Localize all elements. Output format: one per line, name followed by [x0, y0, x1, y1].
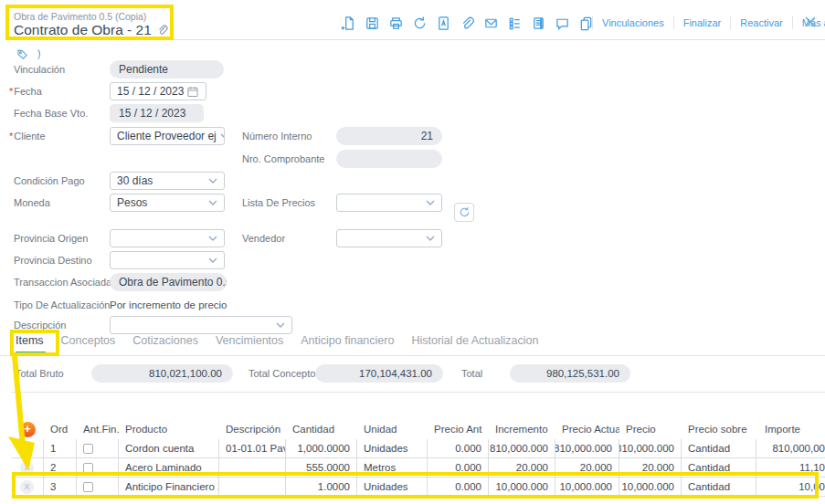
total-conceptos-value: 170,104,431.00 [315, 364, 443, 383]
lista-precios-select[interactable] [336, 194, 442, 212]
col-descripcion: Descripción [219, 419, 286, 439]
moneda-select[interactable]: Pesos [110, 194, 225, 212]
table-row-highlighted: X 3 Anticipo Financiero 21 1.0000 Unidad… [11, 478, 825, 497]
descripcion-select[interactable] [110, 316, 292, 334]
nro-comprobante-label: Nro. Comprobante [242, 153, 325, 164]
col-producto: Producto [119, 419, 219, 439]
numero-interno-field: 21 [336, 127, 442, 145]
chevron-down-icon [208, 178, 217, 184]
quick-icons [16, 48, 44, 60]
col-importe: Importe [756, 419, 825, 439]
fecha-input[interactable]: 15 / 12 / 2023 [110, 82, 206, 100]
tab-conceptos[interactable]: Conceptos [61, 334, 116, 352]
title-attachment-icon[interactable] [156, 24, 169, 37]
total-conceptos-label: Total Conceptos [249, 368, 321, 379]
expand-arrow-icon[interactable] [37, 48, 44, 60]
ant-fin-checkbox[interactable] [83, 482, 93, 492]
col-cantidad: Cantidad [286, 419, 357, 439]
lista-precios-label: Lista De Precios [242, 197, 315, 208]
cliente-label: *Cliente [9, 131, 46, 142]
toolbar [340, 13, 594, 33]
delete-row-icon[interactable]: X [20, 480, 34, 494]
vendedor-label: Vendedor [242, 233, 285, 244]
attachment-icon[interactable] [459, 15, 475, 31]
contract-window: Obra de Pavimento 0.5 (Copia) Contrato d… [0, 0, 825, 504]
export-pdf-icon[interactable] [435, 15, 451, 31]
chevron-down-icon [208, 257, 217, 263]
descripcion-label: Descripción [14, 320, 66, 331]
provincia-origen-label: Provincia Origen [14, 233, 88, 244]
tab-cotizaciones[interactable]: Cotizaciones [132, 334, 198, 352]
col-unidad: Unidad [357, 419, 428, 439]
col-incremento: Incremento [489, 419, 555, 439]
provincia-destino-label: Provincia Destino [14, 255, 92, 266]
vinculacion-label: Vinculación [14, 64, 65, 75]
calendar-icon [187, 86, 198, 98]
tab-historial-actualizacion[interactable]: Historial de Actualizacion [411, 334, 538, 352]
print-icon[interactable] [387, 15, 404, 31]
vinculaciones-button[interactable]: Vinculaciones [593, 17, 673, 28]
provincia-origen-select[interactable] [110, 229, 225, 247]
tabs-divider [0, 355, 825, 356]
finalizar-button[interactable]: Finalizar [674, 17, 731, 28]
total-bruto-label: Total Bruto [16, 368, 64, 379]
total-value: 980,125,531.00 [510, 364, 630, 383]
refresh-icon [459, 206, 471, 218]
tab-vencimientos[interactable]: Vencimientos [216, 334, 283, 352]
tipo-actualizacion-value: Por incremento de precio [110, 299, 227, 310]
total-bruto-value: 810,021,100.00 [91, 364, 233, 383]
report-icon[interactable] [530, 15, 546, 31]
condicion-pago-select[interactable]: 30 días [110, 172, 225, 190]
page-title: Contrato de Obra - 21 [14, 22, 152, 38]
close-icon[interactable] [802, 14, 819, 30]
transaccion-asociada-field: Obra de Pavimento 0.5 (C [110, 273, 227, 291]
fecha-base-label: Fecha Base Vto. [14, 108, 88, 119]
chevron-down-icon [426, 200, 435, 205]
new-document-icon[interactable] [340, 15, 356, 31]
provincia-destino-select[interactable] [110, 251, 225, 269]
tag-icon[interactable] [16, 48, 28, 60]
chevron-down-icon [208, 236, 217, 241]
col-precio-actual: Precio Actual [555, 419, 619, 439]
ant-fin-checkbox[interactable] [83, 463, 93, 473]
vendedor-select[interactable] [336, 229, 442, 247]
refresh-prices-button[interactable] [454, 203, 474, 222]
tab-bar: Items Conceptos Cotizaciones Vencimiento… [16, 334, 538, 352]
comment-icon[interactable] [554, 15, 570, 31]
total-label: Total [461, 368, 482, 379]
email-icon[interactable] [482, 15, 499, 31]
col-precio: Precio [619, 419, 682, 439]
header-divider [7, 39, 825, 40]
col-ant-fin: Ant.Fin. [77, 419, 119, 439]
checklist-icon[interactable] [506, 15, 523, 31]
ant-fin-checkbox[interactable] [83, 444, 93, 454]
fecha-base-field: 15 / 12 / 2023 [110, 104, 204, 122]
action-buttons: Vinculaciones Finalizar Reactivar Más ac… [592, 13, 825, 33]
transaction-subtitle: Obra de Pavimento 0.5 (Copia) [14, 11, 146, 22]
nro-comprobante-field [336, 150, 442, 168]
table-header-row: + Ord Ant.Fin. Producto Descripción Cant… [11, 419, 825, 439]
save-icon[interactable] [364, 15, 380, 31]
col-precio-sobre: Precio sobre [682, 419, 756, 439]
delete-row-icon[interactable]: X [20, 442, 34, 456]
history-icon[interactable] [411, 15, 428, 31]
vinculacion-field: Pendiente [110, 60, 224, 79]
tab-anticipo-financiero[interactable]: Anticipo financiero [301, 334, 394, 352]
tipo-actualizacion-label: Tipo De Actualización [14, 299, 110, 310]
numero-interno-label: Número Interno [242, 131, 312, 142]
table-row: X 2 Acero Laminado 555.0000 Metros 0.000… [11, 458, 825, 478]
reactivar-button[interactable]: Reactivar [731, 17, 791, 28]
tab-items[interactable]: Items [16, 334, 44, 352]
items-table: + Ord Ant.Fin. Producto Descripción Cant… [11, 419, 825, 497]
condicion-pago-label: Condición Pago [14, 175, 85, 186]
col-ord: Ord [44, 419, 77, 439]
delete-row-icon[interactable]: X [20, 461, 34, 475]
cliente-select[interactable]: Cliente Proveedor ej [110, 127, 225, 145]
totals-divider [11, 392, 825, 393]
chevron-down-icon [426, 236, 435, 241]
chevron-down-icon [276, 322, 285, 328]
chevron-down-icon [220, 133, 225, 139]
add-row-button[interactable]: + [20, 422, 36, 437]
transaccion-asociada-label: Transaccion Asociada [14, 277, 111, 288]
col-precio-ant: Precio Ant [428, 419, 489, 439]
